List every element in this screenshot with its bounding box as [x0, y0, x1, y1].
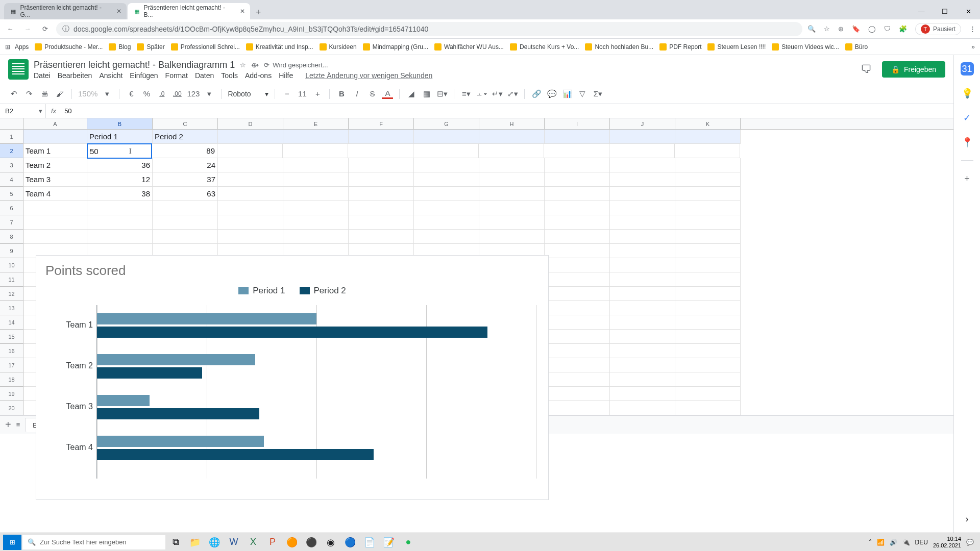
extension-icon[interactable]: ◯: [868, 25, 876, 33]
column-header[interactable]: I: [545, 118, 610, 129]
cell[interactable]: 37: [153, 172, 218, 187]
powerpoint-icon[interactable]: P: [263, 535, 282, 550]
last-change-link[interactable]: Letzte Änderung vor wenigen Sekunden: [305, 71, 432, 80]
row-header[interactable]: 1: [0, 130, 23, 144]
close-window-icon[interactable]: ✕: [957, 3, 980, 19]
cell[interactable]: 89: [152, 144, 217, 158]
cell[interactable]: [414, 130, 479, 144]
volume-icon[interactable]: 🔊: [890, 539, 897, 546]
chevron-down-icon[interactable]: ▾: [204, 89, 215, 98]
cell[interactable]: [545, 172, 610, 187]
text-color-button[interactable]: A: [382, 89, 393, 99]
cell[interactable]: [610, 130, 675, 144]
column-header[interactable]: E: [283, 118, 349, 129]
bookmark-item[interactable]: PDF Report: [659, 43, 701, 51]
number-format[interactable]: 123: [187, 89, 200, 98]
menu-daten[interactable]: Daten: [195, 71, 214, 80]
cell[interactable]: [675, 144, 740, 158]
merge-cells-button[interactable]: ⊟▾: [436, 89, 448, 98]
cell[interactable]: [349, 187, 414, 201]
cell[interactable]: [349, 201, 414, 215]
row-header[interactable]: 2: [0, 144, 23, 158]
edge-icon[interactable]: 🌐: [205, 535, 224, 550]
add-addon-icon[interactable]: +: [961, 172, 974, 185]
row-header[interactable]: 20: [0, 401, 23, 415]
bookmark-item[interactable]: Wahlfächer WU Aus...: [434, 43, 504, 51]
cell[interactable]: [610, 230, 675, 244]
row-header[interactable]: 7: [0, 215, 23, 230]
cell[interactable]: Period 1: [87, 130, 153, 144]
bookmark-item[interactable]: Später: [137, 43, 164, 51]
cell[interactable]: [283, 172, 349, 187]
browser-tab[interactable]: ▦ Präsentieren leicht gemacht! - G... ✕: [4, 3, 127, 19]
cell[interactable]: [218, 130, 283, 144]
close-icon[interactable]: ✕: [116, 8, 121, 15]
cell[interactable]: [610, 244, 675, 258]
cell[interactable]: [675, 230, 741, 244]
edge-icon[interactable]: 🔵: [341, 535, 359, 550]
cell[interactable]: [283, 201, 349, 215]
cell[interactable]: [545, 244, 610, 258]
cell[interactable]: [479, 158, 545, 172]
filter-button[interactable]: ▽: [577, 89, 588, 98]
font-size-decrease[interactable]: −: [281, 89, 292, 98]
bold-button[interactable]: B: [336, 89, 347, 98]
cell[interactable]: [610, 330, 675, 344]
comment-button[interactable]: 💬: [546, 89, 557, 98]
cell[interactable]: [414, 201, 479, 215]
reload-button[interactable]: ⟳: [39, 25, 51, 33]
cell[interactable]: [545, 258, 610, 272]
extension-icon[interactable]: 🛡: [884, 25, 891, 33]
cell-reference[interactable]: B2 ▾: [0, 104, 46, 118]
cell[interactable]: [349, 130, 414, 144]
menu-bearbeiten[interactable]: Bearbeiten: [58, 71, 92, 80]
menu-hilfe[interactable]: Hilfe: [279, 71, 293, 80]
row-header[interactable]: 16: [0, 344, 23, 358]
link-button[interactable]: 🔗: [531, 89, 542, 98]
apps-button[interactable]: ⊞Apps: [5, 43, 29, 51]
cell[interactable]: [675, 358, 741, 372]
cell[interactable]: [413, 144, 479, 158]
cell[interactable]: [217, 144, 283, 158]
profile-paused-pill[interactable]: T Pausiert: [915, 23, 961, 35]
extensions-menu-icon[interactable]: 🧩: [899, 25, 907, 33]
column-header[interactable]: H: [479, 118, 545, 129]
cell[interactable]: [545, 358, 610, 372]
taskbar-search[interactable]: 🔍 Zur Suche Text hier eingeben: [22, 535, 165, 549]
cell[interactable]: [545, 344, 610, 358]
star-icon[interactable]: ☆: [240, 61, 246, 69]
calendar-icon[interactable]: 31: [961, 62, 974, 76]
wrap-button[interactable]: ↵▾: [492, 89, 503, 98]
comments-icon[interactable]: 🗨: [860, 63, 873, 76]
maps-icon[interactable]: 📍: [961, 136, 974, 149]
cell[interactable]: 12: [87, 172, 153, 187]
row-header[interactable]: 11: [0, 272, 23, 287]
cell[interactable]: [479, 187, 545, 201]
kebab-menu-icon[interactable]: ⋮: [969, 25, 976, 33]
cell[interactable]: [675, 244, 741, 258]
cell[interactable]: [545, 315, 610, 330]
move-icon[interactable]: ⟴: [251, 61, 259, 69]
cell[interactable]: [479, 201, 545, 215]
cell[interactable]: [479, 230, 545, 244]
italic-button[interactable]: I: [351, 89, 362, 98]
cell[interactable]: 50I: [87, 143, 152, 159]
spotify-icon[interactable]: ●: [399, 535, 418, 550]
row-header[interactable]: 9: [0, 244, 23, 258]
cell[interactable]: [545, 401, 610, 415]
cell[interactable]: Team 2: [23, 158, 87, 172]
cell[interactable]: [23, 230, 87, 244]
cell[interactable]: [544, 144, 609, 158]
cell[interactable]: [218, 201, 283, 215]
maximize-icon[interactable]: ☐: [933, 3, 957, 19]
add-sheet-button[interactable]: +: [5, 419, 11, 431]
row-header[interactable]: 18: [0, 372, 23, 387]
cell[interactable]: [283, 230, 349, 244]
cell[interactable]: [349, 158, 414, 172]
star-icon[interactable]: ☆: [824, 25, 830, 33]
cell[interactable]: [545, 372, 610, 387]
cell[interactable]: [545, 158, 610, 172]
cell[interactable]: [675, 172, 741, 187]
notifications-icon[interactable]: 💬: [966, 539, 974, 546]
row-header[interactable]: 8: [0, 230, 23, 244]
